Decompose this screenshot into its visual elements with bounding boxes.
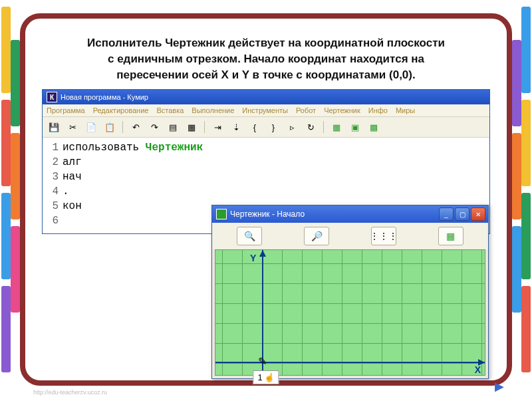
menubar: Программа Редактирование Вставка Выполне… <box>43 104 489 116</box>
menu-info[interactable]: Инфо <box>368 106 388 114</box>
grid3-icon[interactable]: ▩ <box>366 120 381 134</box>
paste-icon[interactable]: 📋 <box>102 120 117 134</box>
menu-worlds[interactable]: Миры <box>396 106 415 114</box>
menu-tools[interactable]: Инструменты <box>242 106 288 114</box>
list-icon[interactable]: ▦ <box>184 120 199 134</box>
brace-close-icon[interactable]: } <box>266 120 281 134</box>
ide-titlebar[interactable]: К Новая программа - Кумир <box>43 90 489 104</box>
grid2-icon[interactable]: ▣ <box>348 120 362 134</box>
menu-robot[interactable]: Робот <box>296 106 316 114</box>
x-label: X <box>475 364 481 375</box>
hand-cursor-icon: ☝ <box>264 372 275 382</box>
draftsman-title: Чертежник - Начало <box>230 209 305 219</box>
menu-run[interactable]: Выполнение <box>192 106 234 114</box>
pen-origin-icon: ✎ <box>258 355 267 368</box>
code-line: . <box>63 184 489 199</box>
zoom-out-icon[interactable]: 🔎 <box>304 227 329 245</box>
y-arrow-icon <box>259 250 266 257</box>
menu-draftsman[interactable]: Чертежник <box>324 106 360 114</box>
draftsman-app-icon <box>216 209 227 219</box>
x-axis <box>215 362 485 363</box>
separator <box>204 121 205 133</box>
cut-icon[interactable]: ✂ <box>65 120 80 134</box>
save-icon[interactable]: 💾 <box>47 120 61 134</box>
heading-line-1: Исполнитель Чертежник действует на коорд… <box>87 37 445 49</box>
step-over-icon[interactable]: ⇣ <box>229 120 243 134</box>
zoom-in-icon[interactable]: 🔍 <box>237 227 262 245</box>
toolbar: 💾 ✂ 📄 📋 ↶ ↷ ▤ ▦ ⇥ ⇣ { } ▹ ↻ ▦ ▣ ▩ <box>43 116 489 138</box>
window-title: Новая программа - Кумир <box>61 93 148 101</box>
line-gutter: 1 2 3 4 5 6 <box>43 140 63 228</box>
code-line: использовать Чертежник <box>63 140 489 155</box>
slide-frame: Исполнитель Чертежник действует на коорд… <box>20 13 512 386</box>
slide-number: 1 <box>257 372 262 382</box>
slide-number-badge: 1 ☝ <box>253 370 279 384</box>
y-label: Y <box>250 253 256 263</box>
brace-open-icon[interactable]: { <box>247 120 262 134</box>
next-slide-button[interactable]: ▶ <box>495 379 504 394</box>
separator <box>323 121 324 133</box>
slide-heading: Исполнитель Чертежник действует на коорд… <box>42 35 490 82</box>
code-line: алг <box>63 155 489 170</box>
draftsman-titlebar[interactable]: Чертежник - Начало _ ▢ ✕ <box>212 205 488 223</box>
heading-line-2: с единичным отрезком. Начало координат н… <box>108 53 424 65</box>
grid-toggle-icon[interactable]: ⋮⋮⋮ <box>371 227 396 245</box>
maximize-button[interactable]: ▢ <box>455 207 469 221</box>
undo-icon[interactable]: ↶ <box>128 120 143 134</box>
canvas-wrap: Y X ✎ <box>212 249 488 378</box>
close-button[interactable]: ✕ <box>471 207 485 221</box>
draftsman-toolbar: 🔍 🔎 ⋮⋮⋮ ▦ <box>212 223 488 249</box>
run-icon[interactable]: ▹ <box>285 120 299 134</box>
fit-icon[interactable]: ▦ <box>438 227 464 245</box>
menu-insert[interactable]: Вставка <box>156 106 184 114</box>
menu-edit[interactable]: Редактирование <box>93 106 149 114</box>
redo-icon[interactable]: ↷ <box>147 120 162 134</box>
code-line: нач <box>63 170 489 184</box>
step-into-icon[interactable]: ⇥ <box>210 120 225 134</box>
heading-line-3: пересечении осей X и Y в точке с координ… <box>116 68 415 81</box>
menu-program[interactable]: Программа <box>47 106 85 114</box>
doc-icon[interactable]: ▤ <box>166 120 180 134</box>
minimize-button[interactable]: _ <box>439 207 454 221</box>
grid1-icon[interactable]: ▦ <box>329 120 344 134</box>
footer-url: http://edu-teacherzv.ucoz.ru <box>33 389 107 396</box>
draftsman-window: Чертежник - Начало _ ▢ ✕ 🔍 🔎 ⋮⋮⋮ ▦ <box>211 205 489 379</box>
copy-icon[interactable]: 📄 <box>84 120 98 134</box>
app-icon: К <box>47 92 57 102</box>
separator <box>122 121 123 133</box>
coordinate-canvas[interactable]: Y X ✎ <box>215 249 485 376</box>
loop-icon[interactable]: ↻ <box>303 120 318 134</box>
